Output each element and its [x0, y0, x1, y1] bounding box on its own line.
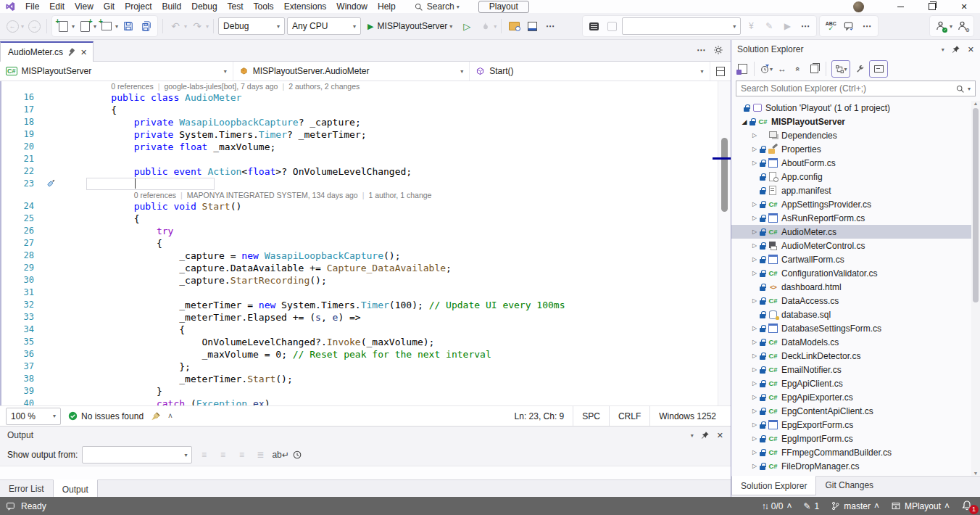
editor-settings-gear-icon[interactable]	[713, 45, 723, 55]
new-project-button[interactable]: +	[55, 18, 71, 34]
expander-collapsed-icon[interactable]: ▷	[750, 132, 759, 139]
toolbar-overflow-button[interactable]: ⋯	[542, 18, 558, 34]
code-line-16[interactable]: 16 public class AudioMeter	[1, 91, 731, 104]
code-line-26[interactable]: 26 try	[1, 225, 731, 237]
profiler-button[interactable]: ¥	[743, 18, 759, 34]
menu-git[interactable]: Git	[99, 0, 120, 13]
tree-item-properties[interactable]: ▷Properties	[731, 142, 980, 156]
codelens-indicator[interactable]: 0 references|google-labs-jules[bot], 7 d…	[1, 81, 731, 91]
code-line-37[interactable]: 37 };	[1, 360, 731, 373]
save-all-button[interactable]	[138, 18, 154, 34]
pending-edits-button[interactable]: ✎ 1	[804, 501, 820, 511]
live-share-button[interactable]: ✓	[933, 18, 949, 34]
window-position-chevron-icon[interactable]: ▾	[942, 46, 944, 53]
file-encoding[interactable]: Windows 1252	[649, 406, 725, 426]
code-line-18[interactable]: 18 private WasapiLoopbackCapture? _captu…	[1, 116, 731, 128]
code-line-30[interactable]: 30 _capture.StartRecording();	[1, 274, 731, 287]
clear-all-icon[interactable]: ≣	[253, 450, 267, 460]
word-wrap-icon[interactable]: ab↵	[272, 450, 286, 460]
collapse-all-button[interactable]: «	[792, 62, 805, 76]
start-debugging-button[interactable]: ▶ MISPlayoutServer ▾	[363, 17, 457, 35]
properties-button[interactable]	[853, 62, 866, 76]
navigate-back-button[interactable]: ←	[4, 18, 20, 34]
expander-collapsed-icon[interactable]: ▷	[750, 201, 759, 207]
tree-item-ffmpegcommandbuilder-cs[interactable]: ▷C#FFmpegCommandBuilder.cs	[731, 445, 980, 459]
caret-position[interactable]: Ln: 23, Ch: 9	[506, 406, 573, 426]
attach-button[interactable]	[604, 18, 620, 34]
show-output-from-select[interactable]: ▾	[82, 446, 192, 464]
menu-tools[interactable]: Tools	[249, 0, 279, 13]
tree-item-app-manifest[interactable]: app.manifest	[731, 184, 980, 197]
timestamp-clock-icon[interactable]	[292, 450, 302, 460]
tree-item-datamodels-cs[interactable]: ▷C#DataModels.cs	[731, 335, 980, 349]
pending-changes-filter-button[interactable]: ▾	[760, 62, 773, 76]
breadcrumb-project[interactable]: C# MISPlayoutServer ▾	[0, 62, 233, 81]
pin-icon[interactable]	[952, 45, 960, 54]
chevron-down-icon[interactable]: ▾	[115, 23, 118, 30]
close-panel-icon[interactable]: ✕	[717, 431, 723, 440]
health-indicator[interactable]: No issues found	[68, 411, 144, 421]
tree-item-cartwallform-cs[interactable]: ▷CartwallForm.cs	[731, 252, 980, 266]
redo-button[interactable]: ↷	[189, 18, 205, 34]
run-gray-button[interactable]: ▶	[779, 18, 795, 34]
tree-item-app-config[interactable]: App.config	[731, 170, 980, 184]
code-line-19[interactable]: 19 private System.Timers.Timer? _meterTi…	[1, 128, 731, 141]
edit-button[interactable]: ✎	[761, 18, 777, 34]
expander-collapsed-icon[interactable]: ▷	[750, 353, 759, 359]
tree-item-audiometer-cs[interactable]: ▷C#AudioMeter.cs	[731, 225, 980, 239]
scrollbar-thumb[interactable]	[973, 108, 979, 302]
code-line-22[interactable]: 22 public event Action<float>? OnVolumeL…	[1, 165, 731, 178]
solution-configuration-select[interactable]: Debug ▾	[218, 17, 285, 35]
code-line-34[interactable]: 34 {	[1, 324, 731, 336]
panel-tab-git-changes[interactable]: Git Changes	[816, 477, 882, 494]
chevron-down-icon[interactable]: ▾	[494, 23, 497, 30]
expander-collapsed-icon[interactable]: ▷	[750, 228, 759, 235]
code-line-31[interactable]: 31	[1, 287, 731, 299]
chevron-down-icon[interactable]: ▾	[94, 23, 96, 30]
tree-item-epgexportform-cs[interactable]: ▷EpgExportForm.cs	[731, 418, 980, 432]
tree-item-epgapiclient-cs[interactable]: ▷C#EpgApiClient.cs	[731, 376, 980, 390]
tree-item-filedropmanager-cs[interactable]: ▷C#FileDropManager.cs	[731, 459, 980, 473]
expander-collapsed-icon[interactable]: ▷	[750, 380, 759, 387]
properties-window-button[interactable]	[807, 62, 821, 76]
switch-between-views-button[interactable]: ↔	[776, 62, 789, 76]
menu-edit[interactable]: Edit	[44, 0, 70, 13]
chevron-down-icon[interactable]: ▾	[968, 86, 971, 92]
code-line-40[interactable]: 40 catch (Exception ex)	[1, 397, 731, 405]
tree-item-database-sql[interactable]: database.sql	[731, 308, 980, 321]
tree-item-audiometercontrol-cs[interactable]: ▷AudioMeterControl.cs	[731, 239, 980, 252]
tree-item-epgcontentapiclient-cs[interactable]: ▷C#EpgContentApiClient.cs	[731, 404, 980, 418]
menu-debug[interactable]: Debug	[186, 0, 222, 13]
menu-window[interactable]: Window	[331, 0, 373, 13]
tab-overflow-button[interactable]: ⋯	[697, 45, 706, 55]
code-line-20[interactable]: 20 private float _maxVolume;	[1, 141, 731, 153]
group-overflow-button[interactable]: ⋯	[797, 18, 813, 34]
search-solution-explorer-input[interactable]: Search Solution Explorer (Ctrl+;) ▾	[736, 81, 976, 96]
expander-collapsed-icon[interactable]: ▷	[750, 242, 759, 249]
code-line-28[interactable]: 28 _capture = new WasapiLoopbackCapture(…	[1, 250, 731, 262]
search-control[interactable]: Search ▾	[414, 1, 460, 12]
add-new-item-button[interactable]: +	[77, 18, 93, 34]
chevron-down-icon[interactable]: ▾	[72, 23, 75, 30]
tree-item-asrunreportform-cs[interactable]: ▷AsRunReportForm.cs	[731, 211, 980, 225]
expander-collapsed-icon[interactable]: ▷	[750, 256, 759, 263]
tree-item-solution-playout-1-of-1-project[interactable]: Solution 'Playout' (1 of 1 project)	[731, 101, 980, 115]
tree-item-dependencies[interactable]: ▷Dependencies	[731, 128, 980, 142]
code-line-27[interactable]: 27 {	[1, 237, 731, 250]
chevron-down-icon[interactable]: ▾	[206, 23, 209, 30]
expander-collapsed-icon[interactable]: ▷	[750, 421, 759, 428]
chevron-down-icon[interactable]: ▾	[21, 23, 24, 30]
window-position-chevron-icon[interactable]: ▾	[691, 432, 694, 439]
scroll-down-icon[interactable]: ▼	[971, 471, 980, 476]
code-line-17[interactable]: 17 {	[1, 104, 731, 116]
user-avatar[interactable]	[853, 1, 864, 12]
notifications-button[interactable]: 1	[961, 500, 974, 513]
spell-checker-button[interactable]: ABC✓	[823, 18, 839, 34]
code-review-button[interactable]	[841, 18, 857, 34]
menu-help[interactable]: Help	[373, 0, 401, 13]
expander-collapsed-icon[interactable]: ▷	[750, 408, 759, 414]
find-message-next-icon[interactable]: ≡	[215, 450, 230, 460]
line-ending[interactable]: CRLF	[609, 406, 649, 426]
tree-item-dashboard-html[interactable]: <>dashboard.html	[731, 280, 980, 294]
code-line-29[interactable]: 29 _capture.DataAvailable += Capture_Dat…	[1, 262, 731, 274]
